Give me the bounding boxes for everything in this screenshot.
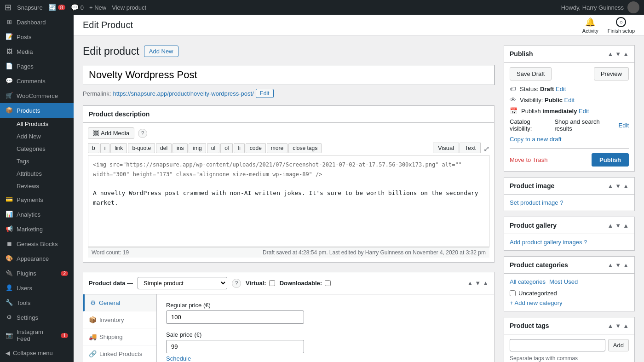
product-data-collapse-down[interactable]: ▼ bbox=[475, 280, 481, 287]
publish-box-toggle[interactable]: ▲ bbox=[623, 51, 629, 57]
tab-shipping[interactable]: 🚚 Shipping bbox=[83, 328, 156, 345]
add-media-button[interactable]: 🖼 Add Media bbox=[88, 127, 134, 139]
finish-setup-button[interactable]: ○ Finish setup bbox=[608, 17, 635, 34]
categories-down[interactable]: ▼ bbox=[615, 262, 621, 269]
sidebar-item-products[interactable]: 📦 Products bbox=[0, 103, 74, 118]
tab-inventory[interactable]: 📦 Inventory bbox=[83, 311, 156, 328]
add-gallery-images-link[interactable]: Add product gallery images ? bbox=[510, 239, 629, 246]
media-help-icon[interactable]: ? bbox=[138, 129, 147, 138]
downloadable-checkbox[interactable] bbox=[325, 280, 331, 286]
permalink-url[interactable]: https://snapsure.app/product/novelty-wor… bbox=[113, 90, 253, 97]
submenu-categories[interactable]: Categories bbox=[0, 143, 74, 155]
expand-editor-button[interactable]: ⤢ bbox=[483, 144, 489, 153]
product-image-up[interactable]: ▲ bbox=[607, 183, 613, 190]
copy-to-draft-link[interactable]: Copy to a new draft bbox=[510, 136, 629, 143]
sidebar-item-instagram-feed[interactable]: 📷 Instagram Feed 1 bbox=[0, 325, 74, 346]
submenu-add-new[interactable]: Add New bbox=[0, 130, 74, 143]
product-gallery-down[interactable]: ▼ bbox=[615, 222, 621, 229]
sidebar-item-woocommerce[interactable]: 🛒 WooCommerce bbox=[0, 88, 74, 103]
publish-box-up[interactable]: ▲ bbox=[607, 51, 613, 57]
view-product-link[interactable]: View product bbox=[112, 4, 146, 11]
virtual-checkbox[interactable] bbox=[269, 280, 275, 286]
more-button[interactable]: more bbox=[267, 143, 288, 153]
img-button[interactable]: img bbox=[189, 143, 206, 153]
categories-up[interactable]: ▲ bbox=[607, 262, 613, 269]
sidebar-item-pages[interactable]: 📄 Pages bbox=[0, 59, 74, 74]
sidebar-item-tools[interactable]: 🔧 Tools bbox=[0, 295, 74, 310]
tab-linked-products[interactable]: 🔗 Linked Products bbox=[83, 345, 156, 362]
product-data-collapse-up[interactable]: ▲ bbox=[467, 280, 473, 287]
editor-content[interactable]: <img src="https://snapsure.app/wp-conten… bbox=[88, 155, 489, 247]
submenu-all-products[interactable]: All Products bbox=[0, 118, 74, 130]
tab-general[interactable]: ⚙ General bbox=[83, 294, 156, 311]
save-draft-button[interactable]: Save Draft bbox=[510, 67, 552, 80]
tags-up[interactable]: ▲ bbox=[607, 322, 613, 329]
publish-button[interactable]: Publish bbox=[592, 153, 629, 167]
update-count-badge[interactable]: 🔄 8 bbox=[48, 4, 65, 11]
add-new-button[interactable]: Add New bbox=[144, 46, 178, 57]
product-title-input[interactable] bbox=[83, 65, 494, 85]
new-item-button[interactable]: + New bbox=[89, 4, 106, 11]
edit-permalink-button[interactable]: Edit bbox=[256, 89, 274, 98]
add-new-category-link[interactable]: + Add new category bbox=[510, 299, 629, 306]
del-button[interactable]: del bbox=[156, 143, 172, 153]
schedule-sale-link[interactable]: Schedule bbox=[166, 355, 485, 362]
ol-button[interactable]: ol bbox=[220, 143, 233, 153]
ul-button[interactable]: ul bbox=[207, 143, 219, 153]
tags-input[interactable] bbox=[510, 339, 605, 351]
sidebar-item-marketing[interactable]: 📢 Marketing bbox=[0, 222, 74, 236]
sidebar-item-settings[interactable]: ⚙ Settings bbox=[0, 310, 74, 325]
sidebar-item-plugins[interactable]: 🔌 Plugins 2 bbox=[0, 266, 74, 281]
sidebar-item-payments[interactable]: 💳 Payments bbox=[0, 192, 74, 207]
status-edit-link[interactable]: Edit bbox=[556, 86, 566, 92]
sidebar-item-genesis-blocks[interactable]: ◼ Genesis Blocks bbox=[0, 236, 74, 251]
visual-tab[interactable]: Visual bbox=[433, 143, 459, 153]
text-tab[interactable]: Text bbox=[460, 143, 481, 153]
regular-price-input[interactable] bbox=[166, 310, 304, 324]
tags-down[interactable]: ▼ bbox=[615, 322, 621, 329]
italic-button[interactable]: i bbox=[100, 143, 110, 153]
product-gallery-up[interactable]: ▲ bbox=[607, 222, 613, 229]
tags-toggle[interactable]: ▲ bbox=[623, 322, 629, 329]
sidebar-item-users[interactable]: 👤 Users bbox=[0, 281, 74, 295]
product-type-select[interactable]: Simple product Grouped product External/… bbox=[138, 277, 227, 289]
publish-date-edit-link[interactable]: Edit bbox=[579, 108, 589, 115]
site-name[interactable]: Snapsure bbox=[17, 4, 43, 11]
product-type-help-icon[interactable]: ? bbox=[232, 279, 241, 288]
wp-logo-icon[interactable]: ⊞ bbox=[5, 2, 12, 12]
sidebar-item-posts[interactable]: 📝 Posts bbox=[0, 29, 74, 44]
sidebar-item-media[interactable]: 🖼 Media bbox=[0, 44, 74, 59]
sidebar-item-appearance[interactable]: 🎨 Appearance bbox=[0, 251, 74, 266]
activity-button[interactable]: 🔔 Activity bbox=[582, 17, 598, 34]
link-button[interactable]: link bbox=[110, 143, 127, 153]
most-used-tab[interactable]: Most Used bbox=[549, 278, 578, 285]
submenu-tags[interactable]: Tags bbox=[0, 155, 74, 167]
ins-button[interactable]: ins bbox=[172, 143, 188, 153]
sidebar-item-analytics[interactable]: 📊 Analytics bbox=[0, 207, 74, 222]
publish-box-down[interactable]: ▼ bbox=[615, 51, 621, 57]
move-to-trash-link[interactable]: Move to Trash bbox=[510, 156, 547, 163]
add-tag-button[interactable]: Add bbox=[608, 339, 629, 351]
submenu-reviews[interactable]: Reviews bbox=[0, 180, 74, 192]
bold-button[interactable]: b bbox=[88, 143, 99, 153]
visibility-edit-link[interactable]: Edit bbox=[564, 97, 575, 103]
sale-price-input[interactable] bbox=[166, 340, 304, 353]
product-image-down[interactable]: ▼ bbox=[615, 183, 621, 190]
sidebar-item-dashboard[interactable]: ⊞ Dashboard bbox=[0, 15, 74, 29]
preview-button[interactable]: Preview bbox=[594, 67, 629, 80]
product-data-toggle[interactable]: ▲ bbox=[483, 280, 489, 287]
submenu-attributes[interactable]: Attributes bbox=[0, 167, 74, 180]
categories-toggle[interactable]: ▲ bbox=[623, 262, 629, 269]
collapse-menu-button[interactable]: ◀ Collapse menu bbox=[0, 346, 74, 360]
blockquote-button[interactable]: b-quote bbox=[128, 143, 155, 153]
close-tags-button[interactable]: close tags bbox=[288, 143, 322, 153]
li-button[interactable]: li bbox=[234, 143, 244, 153]
product-image-toggle[interactable]: ▲ bbox=[623, 183, 629, 190]
catalog-edit-link[interactable]: Edit bbox=[619, 122, 629, 129]
comments-link[interactable]: 💬 0 bbox=[71, 4, 84, 11]
set-product-image-link[interactable]: Set product image ? bbox=[510, 199, 629, 206]
uncategorized-checkbox[interactable] bbox=[510, 290, 516, 296]
product-gallery-toggle[interactable]: ▲ bbox=[623, 222, 629, 229]
code-button[interactable]: code bbox=[246, 143, 266, 153]
sidebar-item-comments[interactable]: 💬 Comments bbox=[0, 74, 74, 88]
